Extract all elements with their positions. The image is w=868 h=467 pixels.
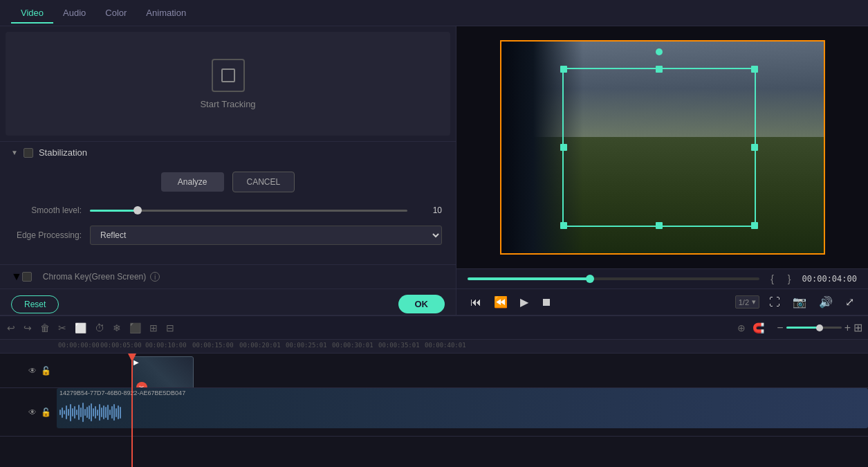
rotate-handle[interactable] — [656, 48, 663, 55]
cancel-button[interactable]: CANCEL — [232, 172, 295, 192]
handle-bottom-left[interactable] — [560, 222, 567, 229]
left-panel: Start Tracking ▼ Stabilization Analyze C… — [0, 26, 456, 315]
ruler: 00:00:00:00 00:00:05:00 00:00:10:00 00:0… — [0, 340, 868, 354]
handle-middle-right[interactable] — [751, 144, 758, 151]
slider-track — [90, 210, 407, 212]
track-row-video: 👁 🔓 ▶ ✂ — [0, 354, 868, 388]
fullscreen-icon[interactable]: ⛶ — [766, 295, 783, 310]
teal-selection-box[interactable] — [562, 68, 756, 227]
tracking-icon-inner — [221, 68, 235, 82]
waveform-bar — [62, 408, 63, 418]
speed-button[interactable]: ⏱ — [93, 321, 106, 335]
bracket-left-button[interactable]: { — [768, 273, 777, 284]
waveform-bar — [116, 408, 117, 417]
smooth-level-value: 10 — [414, 205, 442, 215]
chrome-key-label: Chroma Key(Green Screen) — [43, 272, 146, 282]
cut-button[interactable]: ✂ — [57, 321, 68, 335]
waveform-bar — [84, 409, 86, 416]
progress-bar[interactable] — [468, 277, 759, 280]
stabilization-content: Analyze CANCEL Smooth level: 10 Edge Pro… — [0, 163, 456, 264]
video-clip[interactable]: ▶ ✂ — [131, 356, 194, 387]
filter-button[interactable]: ⊟ — [165, 321, 176, 335]
time-code: 00:00:04:00 — [802, 274, 857, 284]
chrome-key-checkbox[interactable] — [22, 272, 32, 282]
track-audio-lock-icon[interactable]: 🔓 — [41, 408, 51, 417]
frame-back-button[interactable]: ⏪ — [491, 294, 510, 310]
freeze-button[interactable]: ❄ — [111, 321, 122, 335]
analyze-button[interactable]: Analyze — [161, 172, 224, 192]
handle-top-right[interactable] — [751, 66, 758, 73]
handle-bottom-right[interactable] — [751, 222, 758, 229]
crop-button[interactable]: ⬜ — [73, 321, 88, 335]
waveform-bar — [105, 407, 107, 418]
tab-audio[interactable]: Audio — [53, 2, 95, 24]
handle-top-center[interactable] — [656, 66, 663, 73]
progress-thumb[interactable] — [586, 275, 594, 283]
tab-video[interactable]: Video — [11, 2, 53, 24]
chrome-key-section: ▼ Chroma Key(Green Screen) i — [0, 264, 456, 289]
main-area: Start Tracking ▼ Stabilization Analyze C… — [0, 26, 868, 315]
split-button[interactable]: ⊞ — [148, 321, 159, 335]
stabilization-section-header[interactable]: ▼ Stabilization — [0, 141, 456, 163]
ruler-ts-6: 00:00:30:01 — [332, 342, 373, 349]
waveform-bar — [64, 410, 65, 414]
tracking-label: Start Tracking — [200, 99, 255, 109]
stop-button[interactable]: ⏹ — [538, 295, 555, 310]
waveform-bar — [93, 408, 94, 416]
delete-button[interactable]: 🗑 — [39, 321, 51, 335]
action-bar: Reset OK — [0, 289, 456, 315]
track-controls-video: 👁 🔓 — [0, 366, 57, 376]
expand-icon[interactable]: ⤢ — [842, 294, 857, 310]
zoom-slider[interactable] — [786, 327, 842, 329]
play-button[interactable]: ▶ — [517, 294, 531, 310]
quality-select[interactable]: 1/2 ▾ — [735, 295, 759, 309]
ok-button[interactable]: OK — [398, 295, 445, 313]
info-icon: i — [150, 272, 160, 282]
magnet-button[interactable]: 🧲 — [751, 321, 766, 335]
smooth-level-slider[interactable] — [90, 203, 407, 217]
track-content-audio[interactable]: 14279B54-77D7-46B0-8922-AE67BE5DB047 — [57, 388, 868, 436]
volume-icon[interactable]: 🔊 — [816, 294, 835, 310]
tracks-container: 👁 🔓 ▶ ✂ 👁 🔓 14279B54-77D7-46B0-8922-A — [0, 354, 868, 467]
ruler-ts-3: 00:00:15:00 — [192, 342, 234, 349]
waveform-bar — [103, 405, 104, 419]
handle-bottom-center[interactable] — [656, 222, 663, 229]
grid-button[interactable]: ⊞ — [853, 321, 862, 334]
waveform-bar — [101, 408, 102, 417]
tab-color[interactable]: Color — [95, 2, 136, 24]
quality-value: 1/2 — [739, 298, 749, 306]
camera-icon[interactable]: 📷 — [790, 294, 809, 310]
waveform-bar — [66, 405, 67, 419]
redo-button[interactable]: ↪ — [22, 321, 33, 335]
undo-button[interactable]: ↩ — [6, 321, 17, 335]
track-visibility-icon[interactable]: 👁 — [28, 366, 37, 376]
bracket-right-button[interactable]: } — [785, 273, 794, 284]
transform-button[interactable]: ⬛ — [128, 321, 142, 335]
zoom-in-button[interactable]: + — [844, 322, 851, 334]
track-lock-icon[interactable]: 🔓 — [41, 366, 51, 376]
waveform-bar — [91, 403, 92, 421]
add-track-button[interactable]: ⊕ — [736, 321, 747, 335]
reset-button[interactable]: Reset — [11, 295, 59, 313]
track-content-video[interactable]: ▶ ✂ — [57, 354, 868, 387]
waveform-bar — [111, 406, 113, 419]
stabilization-checkbox[interactable] — [24, 148, 33, 158]
timeline-area: ↩ ↪ 🗑 ✂ ⬜ ⏱ ❄ ⬛ ⊞ ⊟ ⊕ 🧲 − + ⊞ 00:00:00:0… — [0, 315, 868, 467]
slider-thumb[interactable] — [133, 206, 142, 214]
edge-processing-select[interactable]: Reflect — [90, 226, 442, 245]
handle-top-left[interactable] — [560, 66, 567, 73]
zoom-fill — [786, 327, 820, 329]
waveform-bar — [95, 406, 96, 419]
zoom-thumb[interactable] — [816, 324, 823, 331]
waveform-bar — [72, 408, 73, 416]
track-audio-visibility-icon[interactable]: 👁 — [28, 408, 37, 417]
waveform-bar — [120, 407, 121, 419]
tab-bar: Video Audio Color Animation — [0, 0, 868, 26]
quality-dropdown-icon: ▾ — [752, 297, 756, 306]
zoom-out-button[interactable]: − — [777, 322, 783, 334]
waveform-bar — [70, 404, 71, 421]
tab-animation[interactable]: Animation — [136, 2, 196, 24]
chrome-chevron-icon: ▼ — [11, 271, 22, 283]
step-back-button[interactable]: ⏮ — [468, 295, 484, 310]
handle-middle-left[interactable] — [560, 144, 567, 151]
